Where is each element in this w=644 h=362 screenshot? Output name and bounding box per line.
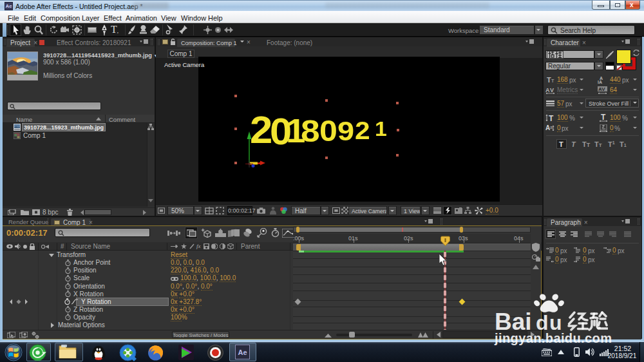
svg-text:a: a: [550, 125, 553, 129]
svg-text:V: V: [550, 87, 554, 93]
svg-text:T: T: [549, 114, 554, 122]
svg-text:lA: lA: [598, 80, 602, 84]
svg-text:T: T: [601, 114, 606, 122]
svg-text:AV: AV: [598, 86, 605, 92]
svg-text:A: A: [545, 87, 550, 93]
